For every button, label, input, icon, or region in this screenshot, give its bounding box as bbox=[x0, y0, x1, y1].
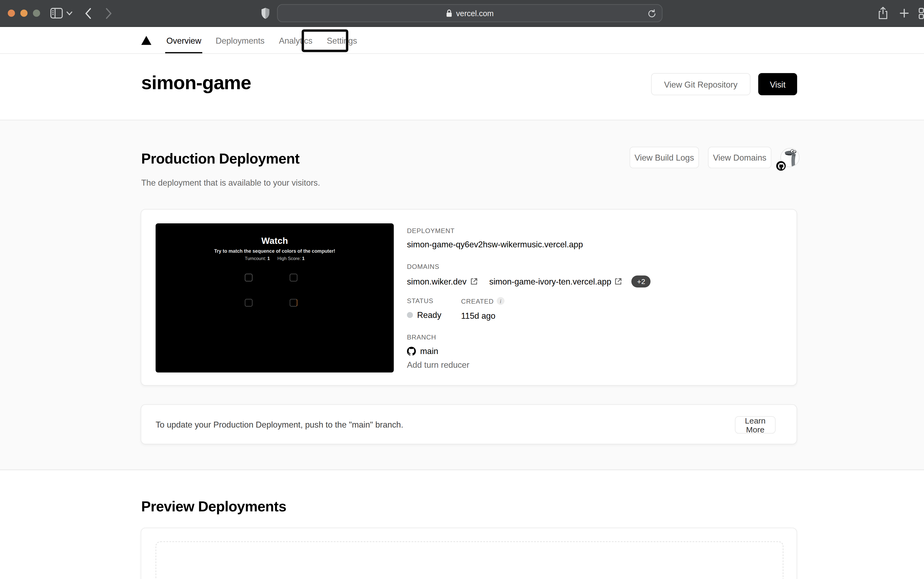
address-bar[interactable]: vercel.com bbox=[277, 4, 662, 22]
view-domains-button[interactable]: View Domains bbox=[708, 147, 772, 168]
status-dot-icon bbox=[407, 312, 413, 318]
production-deployment-card: Watch Try to match the sequence of color… bbox=[140, 209, 797, 386]
production-deployment-section: Production Deployment The deployment tha… bbox=[0, 120, 924, 470]
window-zoom-button[interactable] bbox=[33, 10, 40, 17]
view-git-repository-button[interactable]: View Git Repository bbox=[651, 73, 750, 95]
empty-preview-placeholder bbox=[156, 541, 784, 579]
status-label: STATUS bbox=[407, 297, 441, 304]
game-pad-top-right bbox=[290, 274, 298, 281]
game-pad-top-left bbox=[245, 274, 253, 281]
status-column: STATUS Ready bbox=[407, 297, 441, 321]
window-close-button[interactable] bbox=[8, 10, 15, 17]
page-title: simon-game bbox=[141, 72, 251, 94]
domains-label: DOMAINS bbox=[407, 263, 650, 270]
tab-overview[interactable]: Overview bbox=[159, 27, 209, 54]
project-nav: Overview Deployments Analytics Settings bbox=[0, 27, 924, 54]
vercel-logo-icon[interactable] bbox=[141, 36, 152, 45]
learn-more-button[interactable]: Learn More bbox=[735, 416, 776, 433]
github-badge-icon bbox=[776, 161, 786, 171]
reload-icon[interactable] bbox=[647, 9, 657, 19]
deployment-label: DEPLOYMENT bbox=[407, 227, 583, 234]
tab-overview-icon[interactable] bbox=[919, 8, 924, 19]
tls-lock-icon bbox=[446, 9, 452, 17]
domain-link-1[interactable]: simon.wiker.dev bbox=[407, 277, 477, 286]
section-subtitle: The deployment that is available to your… bbox=[141, 178, 320, 188]
vercel-project-page: vercel.com bbox=[0, 0, 924, 579]
visit-button[interactable]: Visit bbox=[758, 73, 797, 95]
address-bar-url: vercel.com bbox=[456, 9, 494, 18]
new-tab-icon[interactable] bbox=[900, 8, 909, 18]
update-hint-banner: To update your Production Deployment, pu… bbox=[140, 404, 797, 444]
created-value: 115d ago bbox=[461, 311, 505, 321]
window-minimize-button[interactable] bbox=[20, 10, 28, 17]
view-build-logs-button[interactable]: View Build Logs bbox=[629, 147, 699, 168]
privacy-shield-icon[interactable] bbox=[261, 7, 270, 19]
domain-link-2[interactable]: simon-game-ivory-ten.vercel.app bbox=[489, 277, 622, 286]
game-pad-bottom-right bbox=[290, 299, 298, 307]
deployment-url[interactable]: simon-game-qy6ev2hsw-wikermusic.vercel.a… bbox=[407, 239, 583, 249]
banner-text: To update your Production Deployment, pu… bbox=[156, 419, 403, 429]
share-icon[interactable] bbox=[878, 7, 888, 20]
github-branch-icon bbox=[407, 347, 416, 355]
game-pad-bottom-left bbox=[245, 299, 253, 307]
preview-deployments-card bbox=[140, 528, 797, 579]
forward-button-icon[interactable] bbox=[105, 8, 112, 19]
created-column: CREATED i 115d ago bbox=[461, 297, 505, 321]
preview-deployments-section: Preview Deployments bbox=[0, 471, 924, 579]
sidebar-toggle-icon[interactable] bbox=[51, 8, 63, 19]
project-header: simon-game View Git Repository Visit bbox=[0, 54, 924, 120]
preview-deployments-heading: Preview Deployments bbox=[141, 498, 287, 515]
sidebar-chevron-down-icon[interactable] bbox=[67, 11, 72, 16]
back-button-icon[interactable] bbox=[85, 8, 91, 19]
tab-analytics[interactable]: Analytics bbox=[272, 27, 319, 54]
user-avatar[interactable] bbox=[781, 148, 800, 167]
info-icon[interactable]: i bbox=[497, 297, 505, 305]
tab-settings[interactable]: Settings bbox=[319, 27, 364, 54]
deployment-preview-screenshot[interactable]: Watch Try to match the sequence of color… bbox=[156, 223, 394, 372]
tab-deployments[interactable]: Deployments bbox=[209, 27, 272, 54]
commit-message[interactable]: Add turn reducer bbox=[407, 360, 469, 370]
status-value: Ready bbox=[417, 310, 441, 320]
branch-value[interactable]: main bbox=[420, 346, 438, 356]
external-link-icon bbox=[470, 278, 477, 285]
external-link-icon bbox=[615, 278, 622, 285]
section-heading: Production Deployment bbox=[141, 150, 300, 167]
browser-toolbar: vercel.com bbox=[0, 0, 924, 27]
more-domains-badge[interactable]: +2 bbox=[632, 275, 650, 287]
game-title: Watch bbox=[156, 236, 394, 246]
game-tagline: Try to match the sequence of colors of t… bbox=[156, 249, 394, 254]
window-controls bbox=[8, 10, 40, 17]
created-label: CREATED bbox=[461, 298, 494, 305]
branch-label: BRANCH bbox=[407, 334, 438, 341]
game-scores: Turncount: 1 High Score: 1 bbox=[156, 256, 394, 261]
